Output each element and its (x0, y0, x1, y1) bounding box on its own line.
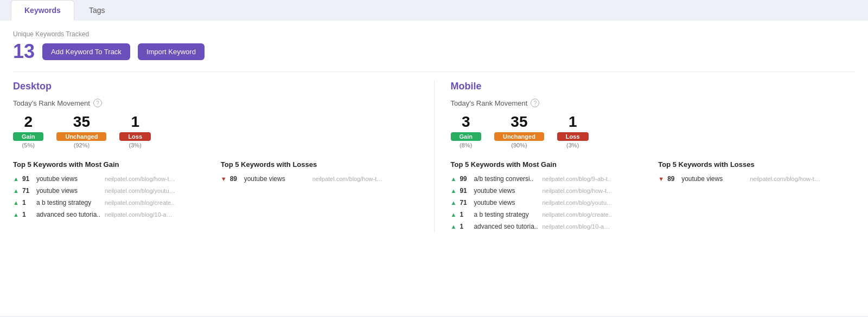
kw-number: 1 (459, 223, 470, 230)
kw-url: neilpatel.com/blog/how-to.. (312, 176, 383, 182)
kw-number: 1 (459, 211, 470, 218)
up-arrow-icon: ▲ (451, 211, 457, 218)
kw-name: a b testing strategy (36, 199, 101, 206)
kw-number: 71 (22, 187, 33, 195)
tab-keywords[interactable]: Keywords (11, 0, 74, 21)
desktop-kw-lists: Top 5 Keywords with Most Gain ▲ 91 youtu… (13, 151, 418, 221)
mobile-help-icon[interactable]: ? (531, 99, 539, 107)
up-arrow-icon: ▲ (13, 211, 19, 218)
mobile-kw-lists: Top 5 Keywords with Most Gain ▲ 99 a/b t… (451, 151, 856, 232)
kw-name: youtube views (681, 175, 746, 183)
mobile-gain-rows: ▲ 99 a/b testing conversi.. neilpatel.co… (451, 173, 648, 232)
kw-number: 89 (230, 175, 241, 183)
kw-name: advanced seo tutoria.. (474, 223, 539, 230)
up-arrow-icon: ▲ (13, 176, 19, 182)
mobile-gain-metric: 3 Gain (8%) (451, 113, 481, 148)
mobile-unchanged-pct: (90%) (494, 142, 544, 148)
mobile-gain-title: Top 5 Keywords with Most Gain (451, 160, 648, 169)
desktop-loss-list: Top 5 Keywords with Losses ▼ 89 youtube … (210, 151, 418, 221)
down-arrow-icon: ▼ (221, 176, 227, 182)
mobile-loss-number: 1 (557, 113, 589, 131)
kw-url: neilpatel.com/blog/how-to.. (105, 176, 175, 182)
mobile-gain-badge: Gain (451, 132, 481, 141)
kw-name: youtube views (474, 199, 539, 206)
desktop-loss-number: 1 (119, 113, 151, 131)
list-item: ▲ 91 youtube views neilpatel.com/blog/ho… (451, 185, 648, 197)
list-item: ▼ 89 youtube views neilpatel.com/blog/ho… (658, 173, 855, 185)
desktop-title: Desktop (13, 81, 418, 92)
list-item: ▲ 71 youtube views neilpatel.com/blog/yo… (13, 185, 210, 197)
desktop-gain-rows: ▲ 91 youtube views neilpatel.com/blog/ho… (13, 173, 210, 221)
kw-name: youtube views (244, 175, 309, 183)
kw-number: 1 (22, 211, 33, 218)
desktop-rank-label: Today's Rank Movement ? (13, 99, 418, 107)
import-keyword-button[interactable]: Import Keyword (138, 43, 205, 60)
up-arrow-icon: ▲ (451, 187, 457, 194)
desktop-gain-badge: Gain (13, 132, 43, 141)
kw-url: neilpatel.com/blog/9-ab-t.. (542, 176, 611, 182)
mobile-loss-rows: ▼ 89 youtube views neilpatel.com/blog/ho… (658, 173, 855, 185)
mobile-loss-title: Top 5 Keywords with Losses (658, 160, 855, 169)
list-item: ▼ 89 youtube views neilpatel.com/blog/ho… (221, 173, 418, 185)
desktop-loss-metric: 1 Loss (3%) (119, 113, 151, 148)
desktop-gain-number: 2 (13, 113, 43, 131)
desktop-unchanged-metric: 35 Unchanged (92%) (56, 113, 106, 148)
kw-number: 91 (459, 187, 470, 195)
main-content: Unique Keywords Tracked 13 Add Keyword T… (0, 21, 868, 316)
tab-tags[interactable]: Tags (75, 0, 119, 21)
kw-number: 71 (459, 199, 470, 206)
desktop-gain-pct: (5%) (13, 142, 43, 148)
desktop-unchanged-pct: (92%) (56, 142, 106, 148)
desktop-gain-metric: 2 Gain (5%) (13, 113, 43, 148)
desktop-help-icon[interactable]: ? (93, 99, 102, 107)
kw-name: youtube views (36, 175, 101, 183)
up-arrow-icon: ▲ (451, 176, 457, 182)
up-arrow-icon: ▲ (451, 199, 457, 206)
kw-number: 91 (22, 175, 33, 183)
kw-number: 89 (667, 175, 678, 183)
list-item: ▲ 71 youtube views neilpatel.com/blog/yo… (451, 197, 648, 209)
mobile-unchanged-badge: Unchanged (494, 132, 544, 141)
kw-url: neilpatel.com/blog/create.. (542, 211, 611, 218)
kw-name: advanced seo tutoria.. (36, 211, 101, 218)
down-arrow-icon: ▼ (658, 176, 664, 182)
mobile-loss-badge: Loss (557, 132, 589, 141)
list-item: ▲ 1 advanced seo tutoria.. neilpatel.com… (451, 221, 648, 232)
header-row: 13 Add Keyword To Track Import Keyword (13, 40, 855, 63)
desktop-loss-badge: Loss (119, 132, 151, 141)
mobile-rank-label: Today's Rank Movement ? (451, 99, 856, 107)
up-arrow-icon: ▲ (13, 187, 19, 194)
desktop-gain-list: Top 5 Keywords with Most Gain ▲ 91 youtu… (13, 151, 210, 221)
kw-url: neilpatel.com/blog/how-to.. (542, 187, 612, 194)
list-item: ▲ 1 advanced seo tutoria.. neilpatel.com… (13, 209, 210, 221)
desktop-loss-rows: ▼ 89 youtube views neilpatel.com/blog/ho… (221, 173, 418, 185)
kw-name: a/b testing conversi.. (474, 175, 539, 183)
mobile-gain-pct: (8%) (451, 142, 481, 148)
kw-url: neilpatel.com/blog/10-adv.. (105, 211, 175, 218)
desktop-loss-title: Top 5 Keywords with Losses (221, 160, 418, 169)
desktop-loss-pct: (3%) (119, 142, 151, 148)
kw-name: youtube views (474, 187, 539, 195)
mobile-loss-list: Top 5 Keywords with Losses ▼ 89 youtube … (647, 151, 855, 232)
desktop-unchanged-number: 35 (56, 113, 106, 131)
panels-row: Desktop Today's Rank Movement ? 2 Gain (… (13, 81, 855, 232)
kw-number: 99 (459, 175, 470, 183)
kw-name: youtube views (36, 187, 101, 195)
unique-keywords-label: Unique Keywords Tracked (13, 30, 855, 38)
tabs-bar: Keywords Tags (0, 0, 868, 21)
kw-url: neilpatel.com/blog/create.. (105, 199, 174, 206)
kw-url: neilpatel.com/blog/how-to.. (750, 176, 820, 182)
add-keyword-button[interactable]: Add Keyword To Track (42, 43, 130, 60)
mobile-loss-metric: 1 Loss (3%) (557, 113, 589, 148)
mobile-unchanged-number: 35 (494, 113, 544, 131)
mobile-gain-list: Top 5 Keywords with Most Gain ▲ 99 a/b t… (451, 151, 648, 232)
mobile-gain-number: 3 (451, 113, 481, 131)
desktop-panel: Desktop Today's Rank Movement ? 2 Gain (… (13, 81, 434, 232)
header-section: Unique Keywords Tracked 13 Add Keyword T… (13, 30, 855, 63)
mobile-metrics: 3 Gain (8%) 35 Unchanged (90%) 1 Loss (3… (451, 113, 856, 148)
up-arrow-icon: ▲ (13, 199, 19, 206)
divider (13, 72, 855, 72)
up-arrow-icon: ▲ (451, 223, 457, 230)
keywords-count: 13 (13, 40, 35, 63)
kw-number: 1 (22, 199, 33, 206)
